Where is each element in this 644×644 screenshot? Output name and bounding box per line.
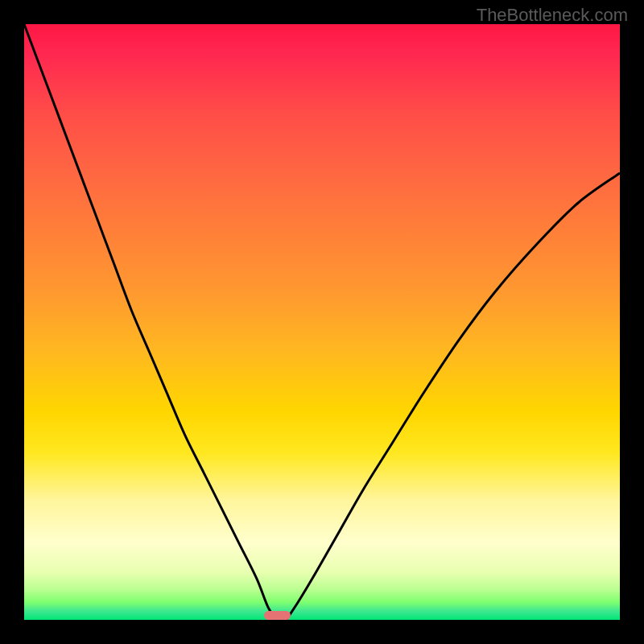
bottleneck-marker	[264, 611, 291, 620]
chart-area	[24, 24, 620, 620]
left-curve-path	[24, 24, 278, 620]
right-curve-path	[287, 173, 620, 620]
curve-plot	[24, 24, 620, 620]
watermark-text: TheBottleneck.com	[477, 5, 628, 26]
